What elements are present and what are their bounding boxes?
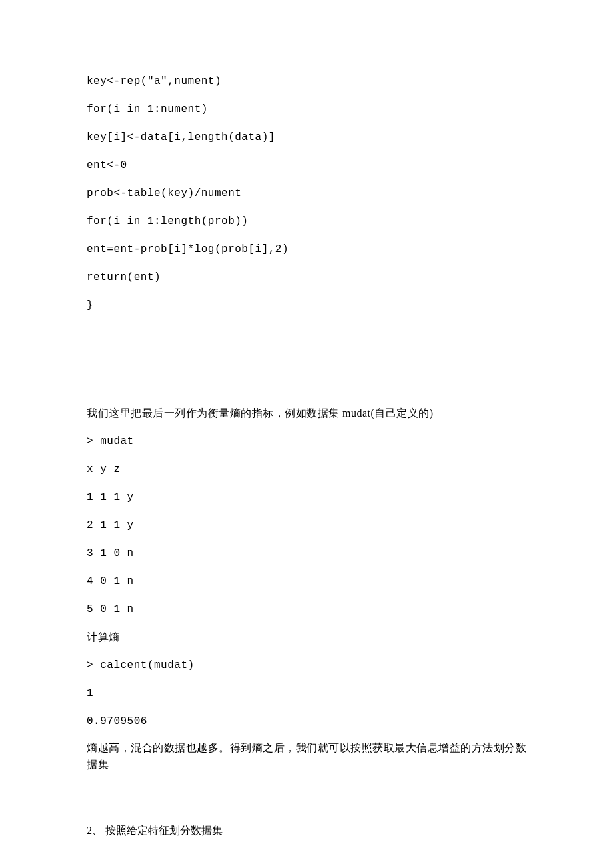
- r-console-line: > mudat: [87, 433, 526, 449]
- paragraph-line: 据集: [87, 758, 526, 772]
- table-row: 4 0 1 n: [87, 573, 526, 589]
- table-header: x y z: [87, 461, 526, 477]
- label: 计算熵: [87, 629, 526, 645]
- code-line: ent=ent-prob[i]*log(prob[i],2): [87, 241, 526, 257]
- code-line: for(i in 1:nument): [87, 101, 526, 117]
- paragraph: 熵越高，混合的数据也越多。得到熵之后，我们就可以按照获取最大信息增益的方法划分数…: [87, 741, 526, 772]
- code-line: prob<-table(key)/nument: [87, 185, 526, 201]
- table-row: 5 0 1 n: [87, 601, 526, 617]
- section-heading: 2、 按照给定特征划分数据集: [87, 824, 526, 838]
- table-row: 2 1 1 y: [87, 517, 526, 533]
- code-line: return(ent): [87, 269, 526, 285]
- table-row: 1 1 1 y: [87, 489, 526, 505]
- paragraph-line: 熵越高，混合的数据也越多。得到熵之后，我们就可以按照获取最大信息增益的方法划分数: [87, 741, 526, 755]
- spacer: [87, 325, 526, 405]
- code-line: ent<-0: [87, 157, 526, 173]
- code-line: key<-rep("a",nument): [87, 73, 526, 89]
- table-row: 3 1 0 n: [87, 545, 526, 561]
- paragraph: 我们这里把最后一列作为衡量熵的指标，例如数据集 mudat(自己定义的): [87, 405, 526, 421]
- code-line: for(i in 1:length(prob)): [87, 213, 526, 229]
- spacer: [87, 784, 526, 824]
- output-line: 0.9709506: [87, 713, 526, 729]
- code-line: }: [87, 297, 526, 313]
- output-line: 1: [87, 685, 526, 701]
- r-console-line: > calcent(mudat): [87, 657, 526, 673]
- code-line: key[i]<-data[i,length(data)]: [87, 129, 526, 145]
- document-page: key<-rep("a",nument) for(i in 1:nument) …: [0, 0, 613, 868]
